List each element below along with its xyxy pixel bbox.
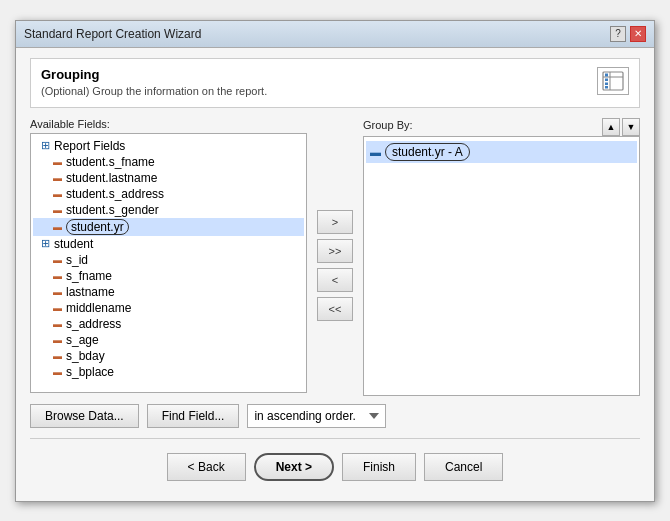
field-icon: ▬ (53, 335, 62, 345)
tree-label: middlename (66, 301, 131, 315)
tree-label: Report Fields (54, 139, 125, 153)
close-button[interactable]: ✕ (630, 26, 646, 42)
tree-label: student.s_gender (66, 203, 159, 217)
field-icon: ▬ (53, 319, 62, 329)
remove-one-button[interactable]: < (317, 268, 353, 292)
main-content: Grouping (Optional) Group the informatio… (16, 48, 654, 501)
browse-data-button[interactable]: Browse Data... (30, 404, 139, 428)
field-icon: ▬ (53, 205, 62, 215)
field-icon: ▬ (53, 189, 62, 199)
tree-label: s_bplace (66, 365, 114, 379)
group-item-student-yr[interactable]: ▬ student.yr - A (366, 141, 637, 163)
sort-select-wrapper: in ascending order. in descending order. (247, 404, 640, 428)
field-icon: ▬ (53, 351, 62, 361)
separator (30, 438, 640, 439)
field-icon: ▬ (53, 287, 62, 297)
field-icon: ▬ (53, 255, 62, 265)
table-icon: ⊞ (41, 237, 50, 250)
tree-item-student-table[interactable]: ⊞ student (33, 236, 304, 252)
tree-label: s_bday (66, 349, 105, 363)
tree-label: student.s_fname (66, 155, 155, 169)
group-item-label: student.yr - A (385, 143, 470, 161)
svg-rect-3 (605, 73, 608, 76)
title-icons: ? ✕ (610, 26, 646, 42)
field-icon: ▬ (53, 303, 62, 313)
right-panel: Group By: ▲ ▼ ▬ student.yr - A (363, 118, 640, 396)
tree-item-student-yr[interactable]: ▬ student.yr (33, 218, 304, 236)
svg-rect-4 (605, 78, 608, 81)
section-title: Grouping (41, 67, 267, 82)
table-icon: ⊞ (41, 139, 50, 152)
tree-label: student (54, 237, 93, 251)
left-panel: Available Fields: ⊞ Report Fields ▬ stud… (30, 118, 307, 396)
group-field-icon: ▬ (370, 146, 381, 158)
section-header-text: Grouping (Optional) Group the informatio… (41, 67, 267, 97)
svg-rect-6 (605, 86, 608, 89)
section-icon (597, 67, 629, 95)
sort-up-button[interactable]: ▲ (602, 118, 620, 136)
sort-area: in ascending order. in descending order. (247, 404, 640, 428)
section-subtitle: (Optional) Group the information on the … (41, 85, 267, 97)
title-bar: Standard Report Creation Wizard ? ✕ (16, 21, 654, 48)
tree-item-student-address[interactable]: ▬ student.s_address (33, 186, 304, 202)
tree-label: s_age (66, 333, 99, 347)
tree-label: lastname (66, 285, 115, 299)
group-by-label: Group By: (363, 119, 413, 131)
tree-label: s_fname (66, 269, 112, 283)
section-header: Grouping (Optional) Group the informatio… (30, 58, 640, 108)
tree-label-circled: student.yr (66, 219, 129, 235)
field-icon: ▬ (53, 271, 62, 281)
available-fields-tree[interactable]: ⊞ Report Fields ▬ student.s_fname ▬ stud… (30, 133, 307, 393)
tree-label: student.s_address (66, 187, 164, 201)
field-icon: ▬ (53, 222, 62, 232)
tree-item-s-bplace[interactable]: ▬ s_bplace (33, 364, 304, 380)
available-fields-label: Available Fields: (30, 118, 307, 130)
remove-all-button[interactable]: << (317, 297, 353, 321)
sort-down-button[interactable]: ▼ (622, 118, 640, 136)
add-one-button[interactable]: > (317, 210, 353, 234)
group-by-list[interactable]: ▬ student.yr - A (363, 136, 640, 396)
field-icon: ▬ (53, 157, 62, 167)
wizard-window: Standard Report Creation Wizard ? ✕ Grou… (15, 20, 655, 502)
add-all-button[interactable]: >> (317, 239, 353, 263)
transfer-buttons: > >> < << (313, 118, 357, 396)
bottom-row: Browse Data... Find Field... in ascendin… (30, 404, 640, 428)
svg-rect-5 (605, 82, 608, 85)
tree-item-middlename[interactable]: ▬ middlename (33, 300, 304, 316)
help-button[interactable]: ? (610, 26, 626, 42)
finish-button[interactable]: Finish (342, 453, 416, 481)
tree-label: student.lastname (66, 171, 157, 185)
main-area: Available Fields: ⊞ Report Fields ▬ stud… (30, 118, 640, 396)
tree-label: s_address (66, 317, 121, 331)
tree-item-student-gender[interactable]: ▬ student.s_gender (33, 202, 304, 218)
tree-label: s_id (66, 253, 88, 267)
tree-item-s-id[interactable]: ▬ s_id (33, 252, 304, 268)
sort-order-select[interactable]: in ascending order. in descending order. (247, 404, 386, 428)
back-button[interactable]: < Back (167, 453, 246, 481)
find-field-button[interactable]: Find Field... (147, 404, 240, 428)
tree-item-s-fname[interactable]: ▬ s_fname (33, 268, 304, 284)
next-button[interactable]: Next > (254, 453, 334, 481)
tree-item-s-age[interactable]: ▬ s_age (33, 332, 304, 348)
tree-item-student-fname[interactable]: ▬ student.s_fname (33, 154, 304, 170)
tree-item-s-address[interactable]: ▬ s_address (33, 316, 304, 332)
tree-item-report-fields[interactable]: ⊞ Report Fields (33, 138, 304, 154)
field-icon: ▬ (53, 173, 62, 183)
cancel-button[interactable]: Cancel (424, 453, 503, 481)
sort-arrows: ▲ ▼ (602, 118, 640, 136)
right-header-row: Group By: ▲ ▼ (363, 118, 640, 136)
field-icon: ▬ (53, 367, 62, 377)
tree-item-student-lastname[interactable]: ▬ student.lastname (33, 170, 304, 186)
window-title: Standard Report Creation Wizard (24, 27, 201, 41)
footer-buttons: < Back Next > Finish Cancel (30, 445, 640, 491)
tree-item-lastname[interactable]: ▬ lastname (33, 284, 304, 300)
tree-item-s-bday[interactable]: ▬ s_bday (33, 348, 304, 364)
